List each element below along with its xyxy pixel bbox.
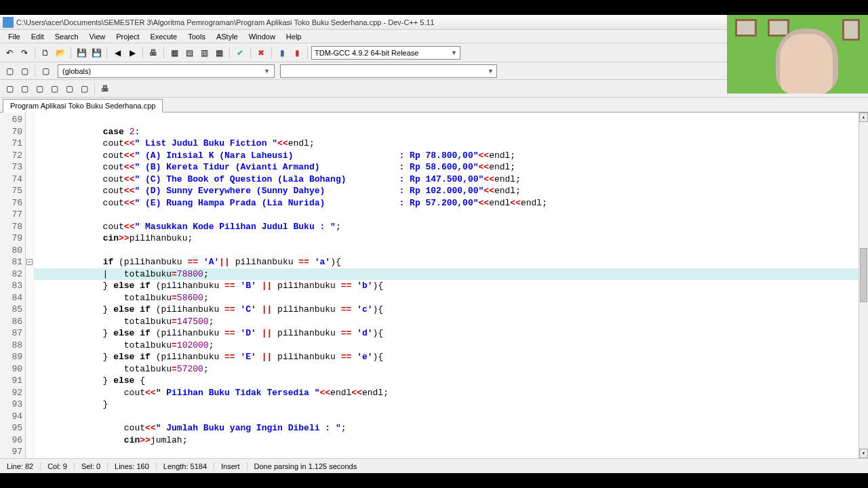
grid4-icon[interactable]: ▦ bbox=[212, 46, 226, 60]
tab-bar: Program Aplikasi Toko Buku Sederhana.cpp bbox=[0, 98, 868, 113]
menu-view[interactable]: View bbox=[84, 31, 111, 42]
code-line[interactable]: | totalbuku=78800; bbox=[34, 268, 868, 281]
new-button[interactable]: 🗋 bbox=[39, 46, 52, 60]
window-title: C:\Users\acer\Documents\SEMESTER 3\Algor… bbox=[16, 18, 435, 26]
code-line[interactable]: } else if (pilihanbuku == 'B' || pilihan… bbox=[34, 280, 868, 292]
menu-project[interactable]: Project bbox=[111, 31, 144, 42]
vertical-scrollbar[interactable]: ▴ ▾ bbox=[859, 113, 868, 458]
back-button[interactable]: ◀ bbox=[111, 46, 124, 60]
line-number: 87 bbox=[0, 327, 25, 340]
line-number: 85 bbox=[0, 304, 25, 316]
menu-astyle[interactable]: AStyle bbox=[211, 31, 243, 42]
open-button[interactable]: 📂 bbox=[54, 46, 67, 60]
redo-button[interactable]: ↷ bbox=[18, 46, 31, 60]
code-line[interactable]: cin>>jumlah; bbox=[34, 434, 868, 447]
code-line[interactable]: } else if (pilihanbuku == 'D' || pilihan… bbox=[34, 327, 868, 340]
code-line[interactable]: cout<<" (E) Ruang Hampa Prada (Lia Nurid… bbox=[34, 197, 868, 209]
line-number: 78 bbox=[0, 221, 25, 233]
compiler-profile-value: TDM-GCC 4.9.2 64-bit Release bbox=[315, 49, 418, 57]
debug-watch-icon[interactable]: ▢ bbox=[18, 82, 31, 96]
code-line[interactable]: cout<<" List Judul Buku Fiction "<<endl; bbox=[34, 138, 868, 150]
line-number: 80 bbox=[0, 245, 25, 257]
menu-execute[interactable]: Execute bbox=[144, 31, 182, 42]
code-line[interactable]: cout<<" (A) Inisial K (Nara Laheusi) : R… bbox=[34, 150, 868, 162]
code-line[interactable]: } else if (pilihanbuku == 'E' || pilihan… bbox=[34, 351, 868, 363]
code-line[interactable]: cout<<" Pilihan Buku Tidak Tersedia "<<e… bbox=[34, 387, 868, 399]
compiler-profile-dropdown[interactable]: TDM-GCC 4.9.2 64-bit Release ▼ bbox=[311, 46, 460, 60]
line-number: 97 bbox=[0, 446, 25, 458]
debug-step-icon[interactable]: ▢ bbox=[33, 82, 46, 96]
symbol-dropdown[interactable]: ▼ bbox=[280, 64, 497, 78]
code-line[interactable]: cout<<" Jumlah Buku yang Ingin Dibeli : … bbox=[34, 422, 868, 434]
menu-help[interactable]: Help bbox=[281, 31, 307, 42]
code-line[interactable]: cout<<" Masukkan Kode Pilihan Judul Buku… bbox=[34, 221, 868, 233]
picture-frame bbox=[735, 19, 757, 37]
code-line[interactable] bbox=[34, 245, 868, 257]
scope-dropdown[interactable]: (globals) ▼ bbox=[58, 64, 275, 78]
compile-button[interactable]: ▮ bbox=[275, 46, 289, 60]
statusbar: Line: 82 Col: 9 Sel: 0 Lines: 160 Length… bbox=[0, 458, 868, 473]
menu-tools[interactable]: Tools bbox=[182, 31, 211, 42]
menu-search[interactable]: Search bbox=[50, 31, 84, 42]
debug-stop-icon[interactable]: ▢ bbox=[77, 82, 91, 96]
grid2-icon[interactable]: ▤ bbox=[182, 46, 196, 60]
code-editor[interactable]: 6970717273747576777879808182838485868788… bbox=[0, 113, 868, 458]
debug-step-over-icon[interactable]: ▢ bbox=[47, 82, 61, 96]
code-line[interactable]: } bbox=[34, 399, 868, 411]
chevron-down-icon: ▼ bbox=[488, 68, 494, 75]
code-area[interactable]: case 2: cout<<" List Judul Buku Fiction … bbox=[34, 113, 868, 458]
save-all-button[interactable]: 💾 bbox=[90, 46, 103, 60]
scroll-thumb[interactable] bbox=[860, 248, 867, 302]
code-line[interactable]: cin>>pilihanbuku; bbox=[34, 232, 868, 245]
code-line[interactable]: } else { bbox=[34, 375, 868, 387]
picture-frame bbox=[768, 19, 789, 37]
debug-new-icon[interactable]: ▢ bbox=[3, 82, 16, 96]
code-line[interactable]: totalbuku=57200; bbox=[34, 363, 868, 375]
code-line[interactable]: cout<<" (D) Sunny Everywhere (Sunny Dahy… bbox=[34, 185, 868, 197]
code-line[interactable]: totalbuku=147500; bbox=[34, 316, 868, 328]
debug-step-into-icon[interactable]: ▢ bbox=[62, 82, 76, 96]
check-icon[interactable]: ✔ bbox=[233, 46, 247, 60]
chevron-down-icon: ▼ bbox=[451, 49, 457, 56]
code-line[interactable]: cout<<" (C) The Book of Question (Lala B… bbox=[34, 174, 868, 186]
code-line[interactable]: if (pilihanbuku == 'A'|| pilihanbuku == … bbox=[34, 256, 868, 268]
undo-button[interactable]: ↶ bbox=[3, 46, 16, 60]
menu-window[interactable]: Window bbox=[243, 31, 281, 42]
print-button[interactable]: 🖶 bbox=[146, 46, 160, 60]
forward-button[interactable]: ▶ bbox=[125, 46, 139, 60]
line-number: 81 bbox=[0, 256, 25, 268]
line-number: 96 bbox=[0, 434, 25, 447]
code-line[interactable]: cout<<" (B) Kereta Tidur (Avianti Armand… bbox=[34, 161, 868, 174]
cancel-icon[interactable]: ✖ bbox=[254, 46, 268, 60]
menu-edit[interactable]: Edit bbox=[26, 31, 50, 42]
menu-file[interactable]: File bbox=[3, 31, 26, 42]
status-sel: Sel: 0 bbox=[75, 462, 108, 470]
run-button[interactable]: ▮ bbox=[290, 46, 304, 60]
code-line[interactable] bbox=[34, 411, 868, 423]
grid1-icon[interactable]: ▦ bbox=[167, 46, 181, 60]
bookmark-button[interactable]: ▢ bbox=[18, 64, 31, 78]
grid3-icon[interactable]: ▥ bbox=[197, 46, 211, 60]
code-line[interactable] bbox=[34, 114, 868, 126]
code-line[interactable] bbox=[34, 446, 868, 458]
line-number: 94 bbox=[0, 411, 25, 423]
save-button[interactable]: 💾 bbox=[75, 46, 88, 60]
file-tab[interactable]: Program Aplikasi Toko Buku Sederhana.cpp bbox=[3, 99, 163, 113]
line-number: 74 bbox=[0, 174, 25, 186]
goto-button[interactable]: ▢ bbox=[3, 64, 16, 78]
code-line[interactable]: totalbuku=102000; bbox=[34, 340, 868, 352]
scroll-down-button[interactable]: ▾ bbox=[859, 449, 868, 458]
debug-button[interactable]: ▢ bbox=[39, 64, 52, 78]
code-line[interactable]: case 2: bbox=[34, 126, 868, 138]
line-number: 72 bbox=[0, 150, 25, 162]
line-number: 86 bbox=[0, 316, 25, 328]
code-line[interactable]: } else if (pilihanbuku == 'C' || pilihan… bbox=[34, 304, 868, 316]
code-line[interactable]: totalbuku=58600; bbox=[34, 292, 868, 304]
line-number: 69 bbox=[0, 114, 25, 126]
debug-print-icon[interactable]: 🖶 bbox=[98, 82, 112, 96]
fold-minus-icon[interactable]: − bbox=[26, 259, 33, 265]
person-face bbox=[780, 34, 833, 94]
code-line[interactable] bbox=[34, 209, 868, 221]
line-number: 90 bbox=[0, 363, 25, 375]
scroll-up-button[interactable]: ▴ bbox=[859, 113, 868, 122]
